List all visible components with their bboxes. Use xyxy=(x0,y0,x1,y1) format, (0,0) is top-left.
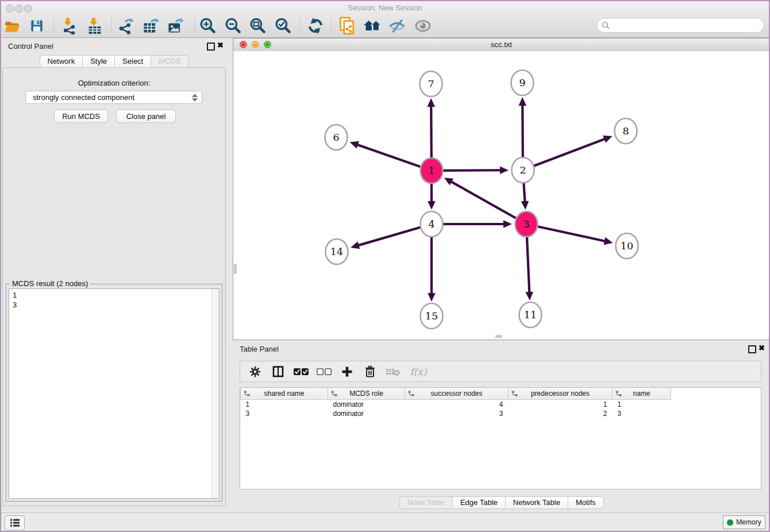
deselect-all-checkboxes-icon[interactable] xyxy=(314,363,334,380)
zoom-out-icon[interactable] xyxy=(223,15,244,37)
hide-graphics-details-icon[interactable] xyxy=(387,15,407,37)
svg-text:4: 4 xyxy=(428,218,434,230)
svg-text:8: 8 xyxy=(622,125,629,137)
mcds-result-box[interactable]: 1 3 xyxy=(9,288,220,499)
graph-node-15[interactable]: 15 xyxy=(421,303,443,329)
table-panel-title: Table Panel xyxy=(240,345,279,353)
optimization-criterion-label: Optimization criterion: xyxy=(0,79,228,87)
task-history-button[interactable] xyxy=(5,515,25,530)
search-icon xyxy=(602,21,610,29)
graph-edge-2-8[interactable] xyxy=(523,136,613,170)
table-settings-icon[interactable] xyxy=(245,363,265,380)
column-header-successor-nodes[interactable]: successor nodes xyxy=(405,388,509,400)
table-cell[interactable]: 3 xyxy=(613,409,671,418)
node-table[interactable]: shared nameMCDS rolesuccessor nodesprede… xyxy=(240,387,761,489)
table-panel-close-icon[interactable]: ✖ xyxy=(759,344,765,352)
delete-row-icon[interactable] xyxy=(360,363,380,380)
graph-node-11[interactable]: 11 xyxy=(519,302,542,327)
graph-node-2[interactable]: 2 xyxy=(512,157,534,183)
svg-text:9: 9 xyxy=(519,77,525,88)
close-panel-button[interactable]: Close panel xyxy=(116,110,176,123)
table-cell[interactable]: 1 xyxy=(509,400,613,410)
graph-node-9[interactable]: 9 xyxy=(511,70,534,95)
table-row[interactable]: 3dominator323 xyxy=(241,409,671,418)
zoom-in-icon[interactable] xyxy=(198,15,218,37)
table-cell[interactable]: dominator xyxy=(328,409,405,418)
run-mcds-button[interactable]: Run MCDS xyxy=(54,110,108,123)
table-panel-float-icon[interactable] xyxy=(748,345,756,353)
search-input[interactable] xyxy=(613,21,764,30)
criterion-select[interactable]: strongly connected component xyxy=(25,91,202,104)
vertical-scrollbar-handle[interactable] xyxy=(234,264,237,274)
svg-text:14: 14 xyxy=(330,246,343,257)
select-all-checkboxes-icon[interactable] xyxy=(291,363,311,380)
svg-text:11: 11 xyxy=(524,309,537,321)
ndex-browser-icon[interactable] xyxy=(362,15,383,37)
open-ndex-network-icon[interactable] xyxy=(337,15,358,37)
open-folder-icon[interactable] xyxy=(2,15,23,37)
task-list-icon xyxy=(10,518,20,527)
export-network-icon[interactable] xyxy=(115,15,136,37)
graph-node-4[interactable]: 4 xyxy=(421,211,443,237)
tab-motifs[interactable]: Motifs xyxy=(568,496,604,509)
svg-text:1: 1 xyxy=(428,165,434,176)
table-cell[interactable]: 1 xyxy=(613,400,671,410)
horizontal-scrollbar-handle[interactable] xyxy=(495,335,502,338)
split-view-icon[interactable] xyxy=(268,363,288,380)
tab-edge-table[interactable]: Edge Table xyxy=(453,496,506,509)
network-canvas[interactable]: 7968124314101511 xyxy=(233,51,769,340)
tab-network-table[interactable]: Network Table xyxy=(506,496,568,509)
tab-style[interactable]: Style xyxy=(83,55,115,68)
search-field[interactable] xyxy=(596,18,764,33)
zoom-fit-icon[interactable] xyxy=(248,15,268,37)
control-panel-close-icon[interactable]: ✖ xyxy=(217,41,224,49)
network-window-titlebar[interactable]: × – + scc.txt xyxy=(233,38,769,52)
toolbar-separator xyxy=(53,17,54,33)
graph-node-10[interactable]: 10 xyxy=(616,233,638,259)
export-table-icon[interactable] xyxy=(140,15,161,37)
graph-node-7[interactable]: 7 xyxy=(420,71,442,97)
graph-node-3[interactable]: 3 xyxy=(515,211,538,237)
delete-table-icon[interactable] xyxy=(383,363,403,380)
refresh-icon[interactable] xyxy=(305,15,326,37)
table-cell[interactable]: 3 xyxy=(405,409,509,418)
graph-edge-4-3[interactable] xyxy=(432,220,512,228)
svg-text:15: 15 xyxy=(425,310,438,322)
function-builder-icon[interactable]: f(x) xyxy=(406,363,431,380)
column-header-shared-name[interactable]: shared name xyxy=(241,388,328,400)
tab-node-table[interactable]: Node Table xyxy=(399,496,453,509)
save-session-icon[interactable] xyxy=(26,15,47,37)
tab-select[interactable]: Select xyxy=(115,55,151,68)
graph-node-6[interactable]: 6 xyxy=(325,125,348,150)
graph-edge-3-10[interactable] xyxy=(526,224,613,245)
export-image-icon[interactable] xyxy=(165,15,186,37)
table-cell[interactable]: 3 xyxy=(241,409,328,418)
column-header-name[interactable]: name xyxy=(613,388,671,400)
result-scrollbar[interactable] xyxy=(211,289,219,498)
show-graphics-details-icon[interactable] xyxy=(413,15,433,37)
import-network-icon[interactable] xyxy=(59,15,79,37)
table-cell[interactable]: 2 xyxy=(509,409,613,418)
table-cell[interactable]: dominator xyxy=(328,400,405,410)
control-panel-title: Control Panel xyxy=(8,42,53,51)
column-header-predecessor-nodes[interactable]: predecessor nodes xyxy=(509,388,613,400)
zoom-selected-icon[interactable] xyxy=(273,15,294,37)
graph-node-8[interactable]: 8 xyxy=(615,118,637,144)
graph-edge-3-1[interactable] xyxy=(444,178,526,224)
table-cell[interactable]: 1 xyxy=(241,400,328,410)
column-header-MCDS-role[interactable]: MCDS role xyxy=(328,388,405,400)
table-cell[interactable]: 4 xyxy=(405,400,509,410)
graph-node-14[interactable]: 14 xyxy=(326,239,348,264)
svg-text:7: 7 xyxy=(428,78,434,90)
graph-edge-4-14[interactable] xyxy=(351,224,432,249)
add-row-icon[interactable] xyxy=(337,363,357,380)
tab-mcds[interactable]: MCDS xyxy=(151,55,188,68)
memory-label: Memory xyxy=(736,518,761,526)
import-table-icon[interactable] xyxy=(84,15,105,37)
graph-node-1[interactable]: 1 xyxy=(421,158,443,183)
graph-edge-1-6[interactable] xyxy=(350,141,432,171)
table-row[interactable]: 1dominator411 xyxy=(241,400,671,410)
tab-network[interactable]: Network xyxy=(39,55,83,68)
memory-button[interactable]: Memory xyxy=(723,515,765,529)
control-panel-float-icon[interactable] xyxy=(207,43,215,51)
